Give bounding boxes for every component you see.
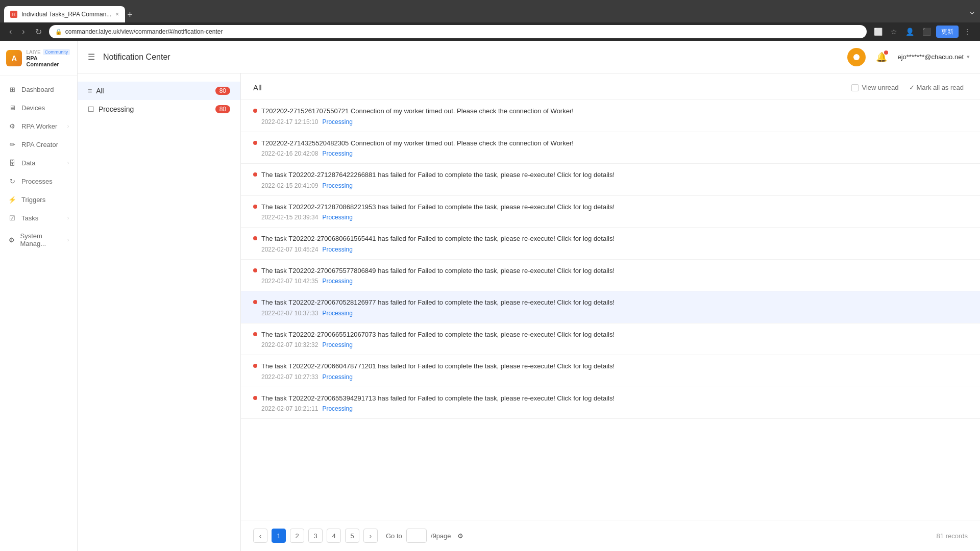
browser-chrome: R Individual Tasks_RPA Comman... × + ⌄ <box>0 0 980 22</box>
notifications-title: All <box>253 83 262 92</box>
notif-meta: 2022-02-15 20:39:34 Processing <box>253 214 968 221</box>
notif-text: The task T202202-2700680661565441 has fa… <box>261 234 615 244</box>
sidebar-item-data[interactable]: 🗄 Data › <box>0 154 77 172</box>
page-3-button[interactable]: 3 <box>308 529 323 543</box>
nav-menu: ⊞ Dashboard 🖥 Devices ⚙ RPA Worker › ✏ R… <box>0 76 77 551</box>
page-5-button[interactable]: 5 <box>345 529 359 543</box>
top-header: ☰ Notification Center 🔔 ejo*******@chacu… <box>78 41 980 73</box>
browser-actions: ⬜ ☆ 👤 ⬛ 更新 ⋮ <box>871 26 974 38</box>
extensions-button[interactable]: ⬛ <box>919 26 934 38</box>
user-menu[interactable]: ejo*******@chacuo.net ▾ <box>897 53 970 61</box>
notif-tag: Processing <box>322 182 352 189</box>
notification-item[interactable]: T202202-2715261707550721 Connection of m… <box>241 100 980 132</box>
lock-icon: 🔒 <box>55 29 62 35</box>
reload-button[interactable]: ↻ <box>32 26 45 38</box>
notif-time: 2022-02-07 10:27:33 <box>261 373 318 381</box>
notification-item[interactable]: The task T202202-2700655394291713 has fa… <box>241 387 980 419</box>
notif-tag: Processing <box>322 278 352 285</box>
notif-dot <box>253 300 257 304</box>
menu-button[interactable]: ⋮ <box>961 26 974 38</box>
sidebar-item-rpa-worker[interactable]: ⚙ RPA Worker › <box>0 117 77 135</box>
url-bar[interactable]: 🔒 commander.laiye.uk/view/commander/#/no… <box>49 25 867 38</box>
system-arrow: › <box>67 237 69 243</box>
notif-row: The task T202202-2700670528126977 has fa… <box>253 297 968 308</box>
rpa-worker-arrow: › <box>67 123 69 129</box>
notif-time: 2022-02-17 12:15:10 <box>261 118 318 126</box>
logo-initial: A <box>12 54 17 62</box>
page-1-button[interactable]: 1 <box>272 529 286 543</box>
data-icon: 🗄 <box>8 159 16 167</box>
filter-all[interactable]: ≡ All 80 <box>78 82 240 100</box>
notif-row: The task T202202-2712876422266881 has fa… <box>253 170 968 180</box>
notif-dot <box>253 172 257 177</box>
notif-time: 2022-02-07 10:45:24 <box>261 246 318 253</box>
notif-dot <box>253 141 257 145</box>
notif-text: T202202-2714325520482305 Connection of m… <box>261 138 574 148</box>
notif-time: 2022-02-07 10:32:32 <box>261 341 318 348</box>
sidebar-item-devices[interactable]: 🖥 Devices <box>0 98 77 117</box>
sidebar-item-rpa-creator[interactable]: ✏ RPA Creator <box>0 135 77 154</box>
notif-meta: 2022-02-07 10:45:24 Processing <box>253 246 968 253</box>
page-2-button[interactable]: 2 <box>290 529 304 543</box>
new-tab-button[interactable]: + <box>125 8 135 22</box>
notif-dot <box>253 236 257 240</box>
window-controls: ⌄ <box>968 6 976 17</box>
bell-badge <box>884 51 888 55</box>
notif-meta: 2022-02-16 20:42:08 Processing <box>253 150 968 157</box>
sidebar-item-system[interactable]: ⚙ System Manag... › <box>0 227 77 253</box>
notification-item[interactable]: The task T202202-2700660478771201 has fa… <box>241 355 980 387</box>
notification-item[interactable]: The task T202202-2700665512067073 has fa… <box>241 323 980 356</box>
devices-icon: 🖥 <box>8 104 16 112</box>
header-actions: View unread ✓ Mark all as read <box>851 82 968 93</box>
page-4-button[interactable]: 4 <box>327 529 341 543</box>
filter-processing[interactable]: ☐ Processing 80 <box>78 100 240 118</box>
records-count: 81 records <box>937 532 968 540</box>
notif-text: The task T202202-2700670528126977 has fa… <box>261 297 615 308</box>
sidebar-item-dashboard[interactable]: ⊞ Dashboard <box>0 80 77 98</box>
notification-item[interactable]: The task T202202-2712870868221953 has fa… <box>241 196 980 228</box>
goto-input[interactable] <box>406 529 427 543</box>
notif-meta: 2022-02-07 10:37:33 Processing <box>253 310 968 317</box>
update-button[interactable]: 更新 <box>936 26 959 38</box>
sidebar-item-triggers[interactable]: ⚡ Triggers <box>0 190 77 209</box>
view-unread-checkbox[interactable] <box>851 84 859 91</box>
notif-meta: 2022-02-07 10:32:32 Processing <box>253 341 968 348</box>
page-settings-icon[interactable]: ⚙ <box>457 532 463 540</box>
next-page-button[interactable]: › <box>363 529 378 543</box>
mark-all-read-button[interactable]: ✓ Mark all as read <box>905 82 968 93</box>
triggers-label: Triggers <box>21 196 45 204</box>
sidebar-item-processes[interactable]: ↻ Processes <box>0 172 77 190</box>
notif-tag: Processing <box>322 118 352 126</box>
notif-row: The task T202202-2700660478771201 has fa… <box>253 361 968 371</box>
notification-item[interactable]: The task T202202-2700675577806849 has fa… <box>241 260 980 292</box>
bookmark-button[interactable]: ☆ <box>888 26 900 38</box>
sidebar-item-tasks[interactable]: ☑ Tasks › <box>0 209 77 227</box>
view-unread-label[interactable]: View unread <box>851 84 898 91</box>
hamburger-icon[interactable]: ☰ <box>88 52 95 62</box>
notif-time: 2022-02-16 20:42:08 <box>261 150 318 157</box>
notif-dot <box>253 364 257 368</box>
active-tab[interactable]: R Individual Tasks_RPA Comman... × <box>4 6 125 22</box>
notif-time: 2022-02-07 10:42:35 <box>261 278 318 285</box>
url-text: commander.laiye.uk/view/commander/#/noti… <box>65 28 223 35</box>
notifications-bell[interactable]: 🔔 <box>874 49 889 65</box>
prev-page-button[interactable]: ‹ <box>253 529 267 543</box>
notification-item[interactable]: The task T202202-2712876422266881 has fa… <box>241 164 980 196</box>
tab-close-btn[interactable]: × <box>115 11 119 18</box>
view-unread-text: View unread <box>862 84 898 91</box>
notification-item[interactable]: The task T202202-2700680661565441 has fa… <box>241 228 980 260</box>
forward-button[interactable]: › <box>19 26 28 37</box>
notif-row: The task T202202-2700655394291713 has fa… <box>253 393 968 404</box>
notif-dot <box>253 268 257 272</box>
system-label: System Manag... <box>20 232 62 247</box>
notif-tag: Processing <box>322 405 352 412</box>
tasks-label: Tasks <box>21 214 38 222</box>
cast-button[interactable]: ⬜ <box>871 26 886 38</box>
notif-tag: Processing <box>322 214 352 221</box>
notif-dot <box>253 205 257 209</box>
back-button[interactable]: ‹ <box>6 26 15 37</box>
notification-item[interactable]: The task T202202-2700670528126977 has fa… <box>241 291 980 323</box>
notif-meta: 2022-02-17 12:15:10 Processing <box>253 118 968 126</box>
notification-item[interactable]: T202202-2714325520482305 Connection of m… <box>241 132 980 164</box>
profile-button[interactable]: 👤 <box>902 26 917 38</box>
